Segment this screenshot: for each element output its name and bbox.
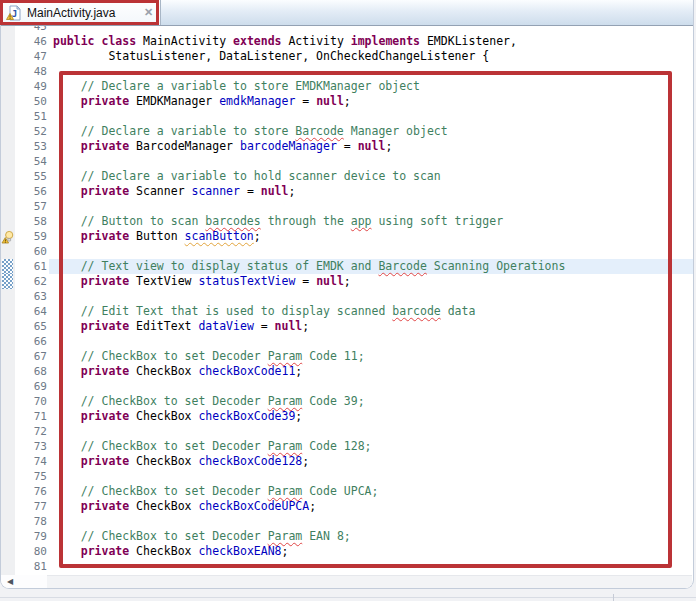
code-line[interactable]: 62 private TextView statusTextView = nul… — [1, 274, 693, 289]
code-line[interactable]: 47 StatusListener, DataListener, OnCheck… — [1, 49, 693, 64]
code-line[interactable]: 59 private Button scanButton; — [1, 229, 693, 244]
code-line[interactable]: 58 // Button to scan barcodes through th… — [1, 214, 693, 229]
line-number: 74 — [15, 454, 49, 469]
marker-cell — [1, 424, 15, 439]
code-line[interactable]: 67 // CheckBox to set Decoder Param Code… — [1, 349, 693, 364]
code-line[interactable]: 64 // Edit Text that is used to display … — [1, 304, 693, 319]
line-number: 52 — [15, 124, 49, 139]
code-line[interactable]: 53 private BarcodeManager barcodeManager… — [1, 139, 693, 154]
code-text: // CheckBox to set Decoder Param Code 12… — [49, 439, 693, 454]
code-line[interactable]: 51 — [1, 109, 693, 124]
code-line[interactable]: 55 // Declare a variable to hold scanner… — [1, 169, 693, 184]
line-number: 77 — [15, 499, 49, 514]
code-line[interactable]: 75 — [1, 469, 693, 484]
code-line[interactable]: 77 private CheckBox checkBoxCodeUPCA; — [1, 499, 693, 514]
code-line[interactable]: 69 — [1, 379, 693, 394]
line-number: 47 — [15, 49, 49, 64]
code-text: // Text view to display status of EMDK a… — [49, 259, 693, 274]
code-text: // CheckBox to set Decoder Param Code 11… — [49, 349, 693, 364]
code-text: private CheckBox checkBoxCode128; — [49, 454, 693, 469]
marker-cell — [1, 124, 15, 139]
range-indicator — [1, 274, 15, 289]
bottom-sash-divider — [613, 594, 614, 601]
code-text: private Button scanButton; — [49, 229, 693, 244]
marker-cell — [1, 154, 15, 169]
code-line[interactable]: 50 private EMDKManager emdkManager = nul… — [1, 94, 693, 109]
tab-close-icon[interactable]: ✕ — [142, 6, 155, 19]
code-line[interactable]: 46public class MainActivity extends Acti… — [1, 34, 693, 49]
code-line[interactable]: 45 — [1, 26, 693, 34]
code-text — [49, 424, 693, 439]
code-line[interactable]: 70 // CheckBox to set Decoder Param Code… — [1, 394, 693, 409]
code-text: // CheckBox to set Decoder Param EAN 8; — [49, 529, 693, 544]
code-text: private Scanner scanner = null; — [49, 184, 693, 199]
code-line[interactable]: 63 — [1, 289, 693, 304]
editor-tab-bar: J MainActivity.java ✕ — [1, 0, 693, 26]
line-number: 54 — [15, 154, 49, 169]
marker-cell — [1, 454, 15, 469]
line-number: 46 — [15, 34, 49, 49]
code-text: StatusListener, DataListener, OnCheckedC… — [49, 49, 693, 64]
code-line[interactable]: 81 — [1, 559, 693, 574]
code-line[interactable]: 65 private EditText dataView = null; — [1, 319, 693, 334]
code-text: // Declare a variable to hold scanner de… — [49, 169, 693, 184]
code-area[interactable]: 4546public class MainActivity extends Ac… — [1, 26, 693, 575]
code-line[interactable]: 72 — [1, 424, 693, 439]
editor-pane: J MainActivity.java ✕ 4546public class M… — [0, 0, 694, 589]
code-line[interactable]: 76 // CheckBox to set Decoder Param Code… — [1, 484, 693, 499]
code-line[interactable]: 74 private CheckBox checkBoxCode128; — [1, 454, 693, 469]
code-line[interactable]: 79 // CheckBox to set Decoder Param EAN … — [1, 529, 693, 544]
code-text: private EditText dataView = null; — [49, 319, 693, 334]
line-number: 75 — [15, 469, 49, 484]
marker-cell — [1, 514, 15, 529]
quickfix-warning-icon[interactable] — [1, 229, 15, 244]
code-line[interactable]: 60 — [1, 244, 693, 259]
marker-cell — [1, 214, 15, 229]
scrollbar-track[interactable] — [47, 575, 692, 588]
code-line[interactable]: 57 — [1, 199, 693, 214]
code-text: // CheckBox to set Decoder Param Code 39… — [49, 394, 693, 409]
line-number: 50 — [15, 94, 49, 109]
line-number: 80 — [15, 544, 49, 559]
code-line[interactable]: 61 // Text view to display status of EMD… — [1, 259, 693, 274]
code-text: private EMDKManager emdkManager = null; — [49, 94, 693, 109]
code-line[interactable]: 68 private CheckBox checkBoxCode11; — [1, 364, 693, 379]
code-line[interactable]: 48 — [1, 64, 693, 79]
code-text — [49, 64, 693, 79]
code-line[interactable]: 71 private CheckBox checkBoxCode39; — [1, 409, 693, 424]
code-line[interactable]: 73 // CheckBox to set Decoder Param Code… — [1, 439, 693, 454]
scroll-left-arrow-icon[interactable]: ◀ — [7, 576, 13, 588]
line-number: 51 — [15, 109, 49, 124]
code-text: private CheckBox checkBoxEAN8; — [49, 544, 693, 559]
code-text — [49, 514, 693, 529]
line-number: 59 — [15, 229, 49, 244]
code-line[interactable]: 56 private Scanner scanner = null; — [1, 184, 693, 199]
marker-cell — [1, 409, 15, 424]
marker-cell — [1, 169, 15, 184]
code-line[interactable]: 80 private CheckBox checkBoxEAN8; — [1, 544, 693, 559]
horizontal-scrollbar[interactable]: ◀ — [1, 575, 692, 588]
marker-cell — [1, 544, 15, 559]
line-number: 65 — [15, 319, 49, 334]
line-number: 69 — [15, 379, 49, 394]
code-line[interactable]: 78 — [1, 514, 693, 529]
code-line[interactable]: 49 // Declare a variable to store EMDKMa… — [1, 79, 693, 94]
line-number: 61 — [15, 259, 49, 274]
code-line[interactable]: 66 — [1, 334, 693, 349]
code-text: public class MainActivity extends Activi… — [49, 34, 693, 49]
marker-cell — [1, 499, 15, 514]
marker-cell — [1, 289, 15, 304]
code-text: // Declare a variable to store EMDKManag… — [49, 79, 693, 94]
line-number: 57 — [15, 199, 49, 214]
code-text: private CheckBox checkBoxCodeUPCA; — [49, 499, 693, 514]
code-text: // Declare a variable to store Barcode M… — [49, 124, 693, 139]
code-text — [49, 469, 693, 484]
code-text — [49, 289, 693, 304]
line-number: 76 — [15, 484, 49, 499]
tab-mainactivity-java[interactable]: J MainActivity.java ✕ — [1, 0, 161, 25]
code-line[interactable]: 52 // Declare a variable to store Barcod… — [1, 124, 693, 139]
code-line[interactable]: 54 — [1, 154, 693, 169]
eclipse-editor-window: J MainActivity.java ✕ 4546public class M… — [0, 0, 696, 601]
marker-cell — [1, 304, 15, 319]
line-number: 60 — [15, 244, 49, 259]
